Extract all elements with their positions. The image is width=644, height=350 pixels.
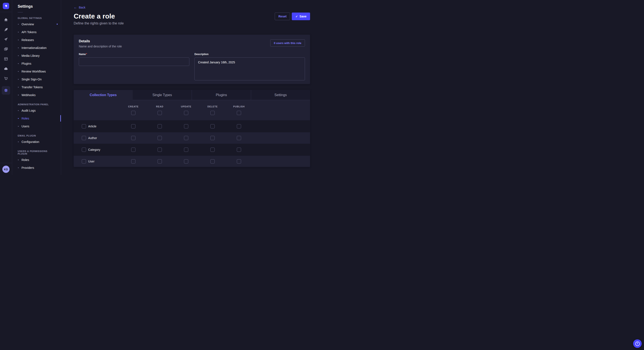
- deploy-cloud-icon[interactable]: [4, 67, 8, 71]
- delete-checkbox[interactable]: [210, 148, 215, 152]
- select-all-publish-checkbox[interactable]: [237, 111, 241, 115]
- details-subtitle: Name and description of the role: [79, 45, 122, 48]
- publish-checkbox[interactable]: [237, 148, 241, 152]
- sidebar-item-label: Plugins: [22, 62, 31, 65]
- sidebar-item-label: Review Workflows: [22, 70, 46, 73]
- sidebar-item-users[interactable]: Users: [12, 122, 61, 130]
- tab-plugins[interactable]: Plugins: [192, 90, 251, 100]
- update-checkbox[interactable]: [184, 148, 188, 152]
- section-administration-panel: ADMINISTRATION PANEL: [18, 103, 55, 106]
- row-label: User: [88, 160, 94, 163]
- tab-collection-types[interactable]: Collection Types: [74, 90, 133, 100]
- bullet-icon: [18, 160, 19, 160]
- bullet-icon: [18, 95, 19, 95]
- read-checkbox[interactable]: [158, 148, 162, 152]
- row-select-checkbox[interactable]: [82, 124, 86, 128]
- sidebar-item-roles-admin[interactable]: Roles: [12, 114, 61, 122]
- name-label: Name*: [79, 53, 189, 56]
- sidebar-item-internationalization[interactable]: Internationalization: [12, 44, 61, 52]
- delete-checkbox[interactable]: [210, 124, 215, 128]
- create-checkbox[interactable]: [131, 148, 136, 152]
- home-icon[interactable]: [4, 18, 8, 22]
- read-checkbox[interactable]: [158, 124, 162, 128]
- sidebar-item-audit-logs[interactable]: Audit Logs: [12, 107, 61, 114]
- bullet-icon: [18, 71, 19, 72]
- column-header-publish: PUBLISH: [226, 103, 252, 108]
- marketplace-cart-icon[interactable]: [4, 76, 8, 81]
- column-header-create: CREATE: [120, 103, 146, 108]
- publish-checkbox[interactable]: [237, 136, 241, 140]
- sidebar-item-review-workflows[interactable]: Review Workflows: [12, 67, 61, 75]
- sidebar-item-label: API Tokens: [22, 30, 37, 34]
- delete-checkbox[interactable]: [210, 159, 215, 164]
- sidebar-item-transfer-tokens[interactable]: Transfer Tokens: [12, 83, 61, 91]
- bullet-icon: [18, 110, 19, 111]
- description-label: Description: [194, 53, 305, 56]
- select-all-read-checkbox[interactable]: [158, 111, 162, 115]
- sidebar-item-roles-up[interactable]: Roles: [12, 156, 61, 164]
- rail-divider: [0, 12, 12, 12]
- notification-dot-icon: [57, 24, 58, 25]
- publish-checkbox[interactable]: [237, 124, 241, 128]
- sidebar-item-label: Transfer Tokens: [22, 85, 43, 89]
- role-name-input[interactable]: [79, 57, 189, 66]
- section-users-permissions-plugin: USERS & PERMISSIONS PLUGIN: [18, 150, 55, 155]
- row-select-checkbox[interactable]: [82, 159, 86, 164]
- content-manager-feather-icon[interactable]: [4, 27, 8, 32]
- settings-gear-icon[interactable]: [2, 86, 10, 95]
- media-library-images-icon[interactable]: [4, 47, 8, 51]
- sidebar-item-plugins[interactable]: Plugins: [12, 59, 61, 67]
- select-all-create-checkbox[interactable]: [131, 111, 136, 115]
- read-checkbox[interactable]: [158, 159, 162, 164]
- bullet-icon: [18, 167, 19, 168]
- create-checkbox[interactable]: [131, 124, 136, 128]
- sidebar-item-webhooks[interactable]: Webhooks: [12, 91, 61, 99]
- sidebar-item-media-library[interactable]: Media Library: [12, 52, 61, 59]
- sidebar-item-releases[interactable]: Releases: [12, 36, 61, 44]
- sidebar-item-label: Roles: [22, 117, 29, 120]
- back-link[interactable]: ← Back: [74, 6, 86, 9]
- reset-button[interactable]: Reset: [275, 12, 290, 20]
- row-select-checkbox[interactable]: [82, 136, 86, 140]
- section-email-plugin: EMAIL PLUGIN: [18, 134, 55, 137]
- sidebar-item-api-tokens[interactable]: API Tokens: [12, 28, 61, 36]
- permission-row-category: Category: [74, 144, 310, 156]
- users-with-role-button[interactable]: 0 users with this role: [270, 39, 305, 47]
- sidebar-item-label: Configuration: [22, 140, 39, 144]
- select-all-update-checkbox[interactable]: [184, 111, 188, 115]
- content-type-builder-layout-icon[interactable]: [4, 57, 8, 61]
- create-checkbox[interactable]: [131, 159, 136, 164]
- releases-paper-plane-icon[interactable]: [4, 37, 8, 41]
- user-avatar[interactable]: KD: [2, 166, 10, 173]
- strapi-logo-icon: [4, 4, 8, 8]
- delete-checkbox[interactable]: [210, 136, 215, 140]
- sidebar-item-overview[interactable]: Overview: [12, 20, 61, 28]
- sidebar-item-label: Users: [22, 125, 30, 128]
- tab-single-types[interactable]: Single Types: [133, 90, 192, 100]
- strapi-logo[interactable]: [3, 3, 9, 9]
- sidebar-item-configuration[interactable]: Configuration: [12, 138, 61, 146]
- row-label: Article: [88, 125, 96, 128]
- role-description-textarea[interactable]: Created January 16th, 2025: [194, 57, 305, 80]
- save-label: Save: [300, 15, 306, 18]
- publish-checkbox[interactable]: [237, 159, 241, 164]
- sidebar-item-label: Overview: [22, 22, 34, 26]
- tab-settings[interactable]: Settings: [251, 90, 310, 100]
- row-select-checkbox[interactable]: [82, 148, 86, 152]
- sidebar-title-rule: [18, 12, 23, 12]
- save-button[interactable]: Save: [292, 12, 310, 20]
- row-label: Author: [88, 136, 97, 140]
- main-nav-rail: KD: [0, 0, 12, 175]
- create-checkbox[interactable]: [131, 136, 136, 140]
- sidebar-item-single-sign-on[interactable]: Single Sign-On: [12, 75, 61, 83]
- sidebar-item-providers[interactable]: Providers: [12, 164, 61, 172]
- update-checkbox[interactable]: [184, 159, 188, 164]
- sidebar-item-label: Audit Logs: [22, 109, 36, 112]
- update-checkbox[interactable]: [184, 136, 188, 140]
- update-checkbox[interactable]: [184, 124, 188, 128]
- read-checkbox[interactable]: [158, 136, 162, 140]
- settings-sidebar: Settings GLOBAL SETTINGS Overview API To…: [12, 0, 61, 175]
- select-all-delete-checkbox[interactable]: [210, 111, 215, 115]
- sidebar-item-label: Releases: [22, 38, 34, 42]
- permissions-card: Collection Types Single Types Plugins Se…: [74, 90, 310, 167]
